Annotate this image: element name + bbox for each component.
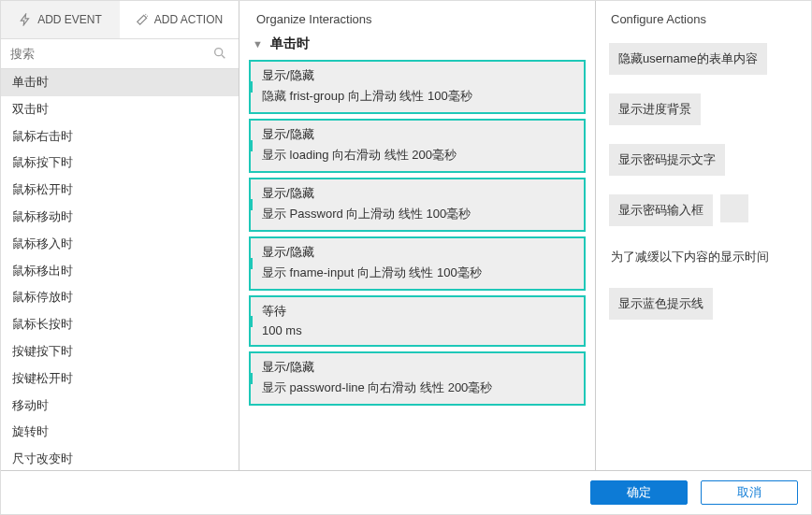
config-spacer [720, 194, 748, 222]
event-item[interactable]: 鼠标右击时 [1, 123, 239, 150]
action-card[interactable]: 显示/隐藏隐藏 frist-group 向上滑动 线性 100毫秒 [249, 60, 586, 114]
right-header: Configure Actions [596, 1, 811, 37]
action-card-title: 等待 [262, 303, 573, 320]
action-card[interactable]: 显示/隐藏显示 loading 向右滑动 线性 200毫秒 [249, 119, 586, 173]
cancel-button[interactable]: 取消 [701, 480, 798, 505]
tab-bar: ADD EVENT ADD ACTION [1, 1, 239, 38]
action-card-desc: 显示 fname-input 向上滑动 线性 100毫秒 [262, 265, 573, 281]
event-item[interactable]: 鼠标松开时 [1, 177, 239, 204]
config-item[interactable]: 显示进度背景 [609, 93, 701, 125]
drag-handle[interactable] [249, 199, 253, 210]
event-item[interactable]: 旋转时 [1, 419, 239, 446]
event-item[interactable]: 鼠标停放时 [1, 284, 239, 311]
action-card[interactable]: 显示/隐藏显示 Password 向上滑动 线性 100毫秒 [249, 178, 586, 232]
tab-add-event[interactable]: ADD EVENT [1, 1, 120, 38]
action-card-desc: 显示 Password 向上滑动 线性 100毫秒 [262, 206, 573, 222]
right-panel: Configure Actions 隐藏username的表单内容显示进度背景显… [596, 1, 811, 470]
action-card[interactable]: 等待100 ms [249, 295, 586, 347]
drag-handle[interactable] [249, 81, 253, 93]
ok-button[interactable]: 确定 [590, 480, 688, 505]
action-card-title: 显示/隐藏 [262, 126, 573, 143]
event-item[interactable]: 按键松开时 [1, 365, 239, 393]
svg-line-1 [222, 55, 225, 58]
main-area: ADD EVENT ADD ACTION 单击时双击时鼠标右击时鼠标按下时鼠标松… [1, 1, 811, 471]
action-card-desc: 显示 loading 向右滑动 线性 200毫秒 [262, 147, 573, 164]
event-list: 单击时双击时鼠标右击时鼠标按下时鼠标松开时鼠标移动时鼠标移入时鼠标移出时鼠标停放… [1, 69, 239, 470]
config-item: 为了减缓以下内容的显示时间 [609, 245, 771, 269]
event-item[interactable]: 鼠标按下时 [1, 150, 239, 177]
tab-add-action-label: ADD ACTION [154, 13, 223, 26]
config-item[interactable]: 显示密码输入框 [609, 194, 713, 226]
action-card-title: 显示/隐藏 [262, 359, 573, 376]
action-card-title: 显示/隐藏 [262, 244, 573, 261]
tab-add-event-label: ADD EVENT [37, 13, 102, 26]
event-item[interactable]: 尺寸改变时 [1, 446, 239, 470]
action-card-title: 显示/隐藏 [262, 185, 573, 202]
lightning-icon [19, 13, 32, 26]
event-item[interactable]: 单击时 [1, 69, 239, 96]
trigger-row[interactable]: ▼ 单击时 [239, 32, 595, 60]
search-input[interactable] [8, 43, 231, 64]
event-item[interactable]: 鼠标长按时 [1, 311, 239, 338]
caret-down-icon: ▼ [253, 38, 263, 50]
event-item[interactable]: 双击时 [1, 96, 239, 123]
config-item[interactable]: 隐藏username的表单内容 [609, 43, 767, 75]
action-card-desc: 显示 password-line 向右滑动 线性 200毫秒 [262, 379, 573, 396]
app-root: ADD EVENT ADD ACTION 单击时双击时鼠标右击时鼠标按下时鼠标松… [0, 0, 812, 515]
left-panel: ADD EVENT ADD ACTION 单击时双击时鼠标右击时鼠标按下时鼠标松… [1, 1, 239, 470]
search-icon[interactable] [212, 46, 227, 61]
action-card-title: 显示/隐藏 [262, 67, 573, 84]
svg-point-0 [215, 49, 223, 56]
drag-handle[interactable] [249, 316, 253, 327]
drag-handle[interactable] [249, 258, 253, 269]
event-item[interactable]: 按键按下时 [1, 338, 239, 365]
config-item[interactable]: 显示蓝色提示线 [609, 288, 713, 320]
middle-header: Organize Interactions [239, 1, 595, 32]
config-item[interactable]: 显示密码提示文字 [609, 144, 725, 176]
tab-add-action[interactable]: ADD ACTION [120, 1, 239, 38]
event-item[interactable]: 鼠标移动时 [1, 204, 239, 231]
config-row: 显示密码输入框 [609, 194, 798, 226]
event-item[interactable]: 鼠标移入时 [1, 231, 239, 258]
search-row [1, 38, 239, 69]
event-item[interactable]: 鼠标移出时 [1, 258, 239, 285]
right-body: 隐藏username的表单内容显示进度背景显示密码提示文字显示密码输入框为了减缓… [596, 37, 811, 325]
middle-panel: Organize Interactions ▼ 单击时 显示/隐藏隐藏 fris… [239, 1, 596, 470]
action-card[interactable]: 显示/隐藏显示 password-line 向右滑动 线性 200毫秒 [249, 351, 586, 406]
action-list: 显示/隐藏隐藏 frist-group 向上滑动 线性 100毫秒显示/隐藏显示… [239, 60, 595, 470]
dialog-footer: 确定 取消 [1, 471, 811, 514]
action-card[interactable]: 显示/隐藏显示 fname-input 向上滑动 线性 100毫秒 [249, 236, 586, 291]
wand-icon [136, 13, 149, 26]
trigger-label: 单击时 [270, 36, 310, 50]
drag-handle[interactable] [249, 140, 253, 151]
action-card-desc: 隐藏 frist-group 向上滑动 线性 100毫秒 [262, 88, 573, 105]
event-item[interactable]: 移动时 [1, 393, 239, 420]
action-card-desc: 100 ms [262, 323, 573, 337]
drag-handle[interactable] [249, 373, 253, 384]
